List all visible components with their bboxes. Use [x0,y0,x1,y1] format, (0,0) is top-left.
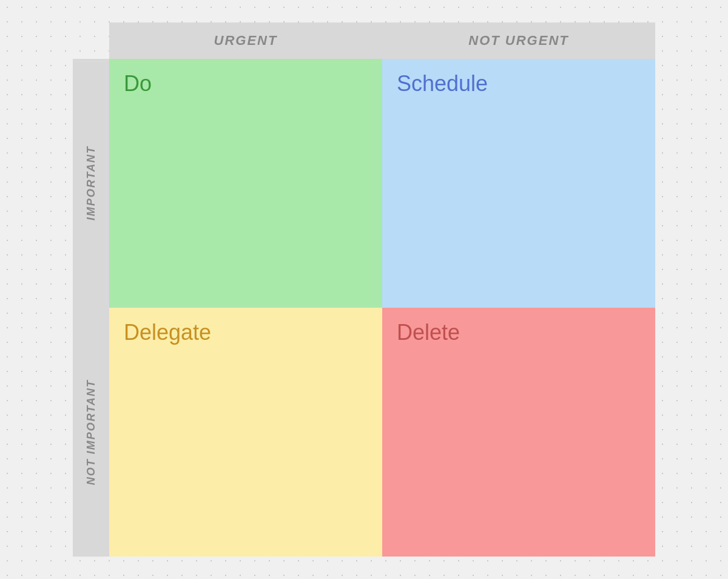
side-important: IMPORTANT [73,59,109,308]
quadrant-schedule: Schedule [382,59,655,308]
side-not-important: NOT IMPORTANT [73,308,109,557]
quadrant-do-label: Do [124,71,152,96]
quadrant-delegate: Delegate [109,308,382,557]
quadrant-delete: Delete [382,308,655,557]
eisenhower-matrix: URGENT NOT URGENT IMPORTANT Do Schedule … [73,22,655,557]
quadrant-delete-label: Delete [397,320,460,345]
quadrant-schedule-label: Schedule [397,71,488,96]
corner-cell [73,22,109,59]
header-urgent: URGENT [109,22,382,59]
quadrant-do: Do [109,59,382,308]
quadrant-delegate-label: Delegate [124,320,211,345]
header-not-urgent: NOT URGENT [382,22,655,59]
